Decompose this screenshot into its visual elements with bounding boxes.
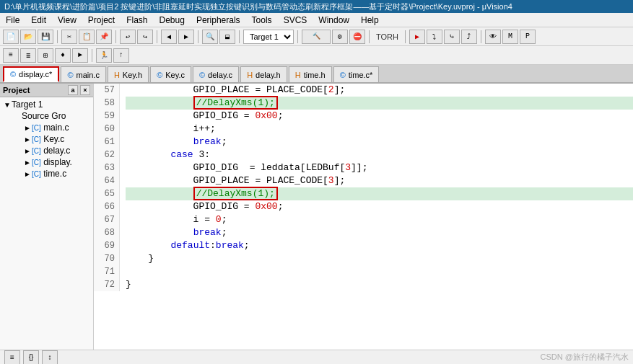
menu-bar: FileEditViewProjectFlashDebugPeripherals… — [0, 13, 633, 27]
search-btn[interactable]: 🔍 — [202, 30, 218, 44]
code-line-67: i = 0; — [126, 213, 633, 226]
code-lines[interactable]: GPIO_PLACE = PLACE_CODE[2]; //DelayXms(1… — [120, 84, 633, 291]
tab-icon-5: H — [247, 71, 253, 79]
tree-item-6[interactable]: ►[C] time.c — [1, 168, 92, 179]
tree-item-2[interactable]: ►[C] main.c — [1, 122, 92, 133]
back-btn[interactable]: ◀ — [161, 30, 177, 44]
tab-6[interactable]: Htime.h — [289, 66, 332, 82]
run-btn[interactable]: ▶ — [409, 30, 425, 44]
status-btn1[interactable]: ≡ — [4, 350, 20, 365]
tree-expand-6[interactable]: ► — [23, 170, 32, 178]
tree-item-5[interactable]: ►[C] display. — [1, 156, 92, 168]
stepout-btn[interactable]: ⤴ — [461, 30, 477, 44]
sep6 — [297, 30, 298, 43]
t2-btn1[interactable]: ≡ — [3, 48, 19, 63]
open-btn[interactable]: 📂 — [20, 30, 36, 44]
new-btn[interactable]: 📄 — [3, 30, 19, 44]
tab-1[interactable]: ©main.c — [61, 66, 106, 82]
step-btn[interactable]: ⤵ — [427, 30, 442, 44]
target-combo[interactable]: Target 1 — [243, 30, 294, 44]
tab-icon-0: © — [10, 70, 16, 79]
menu-item-tools[interactable]: Tools — [246, 13, 278, 27]
tree-item-4[interactable]: ►[C] delay.c — [1, 145, 92, 156]
save-btn[interactable]: 💾 — [38, 30, 53, 44]
tree-label-1: Source Gro — [22, 111, 66, 121]
watch-btn[interactable]: 👁 — [485, 30, 501, 44]
line-num-67: 67 — [98, 213, 115, 226]
build-btn[interactable]: 🔨 — [302, 30, 331, 44]
tab-label-6: time.h — [304, 71, 326, 79]
tab-4[interactable]: ©delay.c — [193, 66, 239, 82]
title-bar: D:\单片机视频课程\进阶篇\项目2 按键进阶\非阻塞延时实现独立按键识别与数码… — [0, 0, 633, 13]
project-tree: ▼Target 1 Source Gro►[C] main.c►[C] Key.… — [0, 97, 93, 350]
tree-label-0: Target 1 — [12, 99, 43, 110]
menu-item-flash[interactable]: Flash — [121, 13, 153, 27]
copy-btn[interactable]: 📋 — [79, 30, 95, 44]
cut-btn[interactable]: ✂ — [61, 30, 77, 44]
tree-expand-5[interactable]: ► — [23, 159, 32, 167]
menu-item-view[interactable]: View — [52, 13, 82, 27]
code-editor[interactable]: 57585960616263646566676869707172 GPIO_PL… — [94, 84, 633, 350]
t2-btn6[interactable]: 🏃 — [96, 48, 112, 63]
tree-icon-6: [C] — [32, 170, 41, 178]
title-text: D:\单片机视频课程\进阶篇\项目2 按键进阶\非阻塞延时实现独立按键识别与数码… — [4, 1, 512, 12]
code-line-59: GPIO_DIG = 0x00; — [126, 110, 633, 123]
t2-btn3[interactable]: ⊞ — [38, 48, 53, 63]
tab-5[interactable]: Hdelay.h — [240, 66, 287, 82]
line-num-69: 69 — [98, 239, 115, 252]
menu-item-edit[interactable]: Edit — [25, 13, 52, 27]
tree-expand-3[interactable]: ► — [23, 136, 32, 143]
t2-btn4[interactable]: ♦ — [55, 48, 71, 63]
code-line-61: break; — [126, 136, 633, 148]
menu-item-svcs[interactable]: SVCS — [278, 13, 313, 27]
tree-item-3[interactable]: ►[C] Key.c — [1, 133, 92, 145]
t2-btn7[interactable]: ↑ — [113, 48, 129, 63]
line-num-64: 64 — [98, 174, 115, 187]
tree-item-0[interactable]: ▼Target 1 — [1, 99, 92, 110]
tab-7[interactable]: ©time.c* — [333, 66, 380, 82]
menu-item-file[interactable]: File — [0, 13, 25, 27]
tree-label-4: delay.c — [43, 146, 70, 156]
stop-btn[interactable]: ⛔ — [349, 30, 365, 44]
rebuild-btn[interactable]: ⚙ — [332, 30, 348, 44]
tree-label-5: display. — [43, 157, 72, 167]
t2-btn2[interactable]: ≣ — [20, 48, 36, 63]
proj-icon-a[interactable]: a — [68, 85, 78, 95]
code-line-60: i++; — [126, 123, 633, 136]
status-btn3[interactable]: ↕ — [42, 350, 58, 365]
stepover-btn[interactable]: ⤷ — [444, 30, 460, 44]
find-btn[interactable]: ⬓ — [219, 30, 235, 44]
redo-btn[interactable]: ↪ — [137, 30, 153, 44]
undo-btn[interactable]: ↩ — [120, 30, 136, 44]
menu-item-debug[interactable]: Debug — [154, 13, 191, 27]
status-bar: ≡ {} ↕ CSDN @旅行的橘子汽水 — [0, 350, 633, 364]
menu-item-window[interactable]: Window — [313, 13, 355, 27]
proj-icon-x[interactable]: × — [80, 85, 90, 95]
tree-item-1[interactable]: Source Gro — [1, 110, 92, 122]
tab-label-3: Key.c — [165, 71, 185, 79]
menu-item-peripherals[interactable]: Peripherals — [191, 13, 246, 27]
menu-item-project[interactable]: Project — [82, 13, 121, 27]
code-line-70: } — [126, 252, 633, 265]
menu-item-help[interactable]: Help — [355, 13, 385, 27]
tab-0[interactable]: ©display.c* — [3, 66, 59, 82]
sep7 — [369, 30, 370, 43]
tab-2[interactable]: HKey.h — [108, 66, 149, 82]
tab-bar: ©display.c*©main.cHKey.h©Key.c©delay.cHd… — [0, 65, 633, 84]
project-header: Project a × — [0, 84, 93, 97]
line-num-65: 65 — [98, 187, 115, 200]
tree-expand-2[interactable]: ► — [23, 124, 32, 132]
tree-expand-0[interactable]: ▼ — [3, 101, 12, 109]
perf-btn[interactable]: P — [520, 30, 536, 44]
code-line-65: //DelayXms(1); — [126, 187, 633, 200]
code-line-72: } — [126, 278, 633, 291]
mem-btn[interactable]: M — [502, 30, 518, 44]
paste-btn[interactable]: 📌 — [96, 30, 112, 44]
sep4 — [198, 30, 198, 43]
tab-3[interactable]: ©Key.c — [150, 66, 191, 82]
status-btn2[interactable]: {} — [23, 350, 39, 365]
tree-expand-4[interactable]: ► — [23, 147, 32, 155]
fwd-btn[interactable]: ▶ — [178, 30, 194, 44]
tree-icon-4: [C] — [32, 147, 41, 155]
t2-btn5[interactable]: ► — [72, 48, 88, 63]
